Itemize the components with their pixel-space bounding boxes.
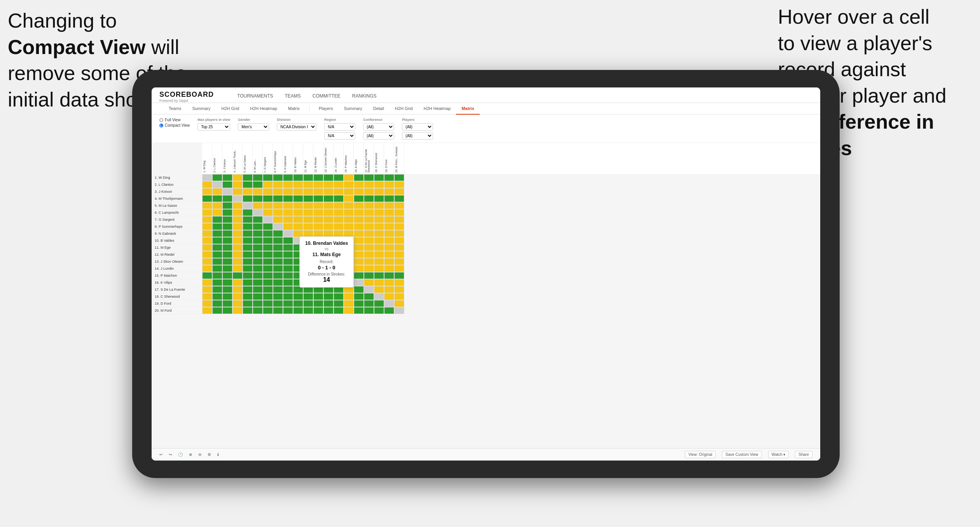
sub-tab-group-right[interactable]: Players Summary Detail H2H Grid H2H Heat… — [309, 103, 484, 114]
tab-h2h-heatmap-right[interactable]: H2H Heatmap — [418, 103, 456, 115]
grid-cell-10-3[interactable] — [222, 237, 232, 244]
grid-cell-6-1[interactable] — [202, 209, 212, 216]
grid-cell-17-2[interactable] — [212, 286, 222, 293]
nav-links[interactable]: TOURNAMENTS TEAMS COMMITTEE RANKINGS — [237, 93, 376, 100]
grid-cell-3-6[interactable] — [253, 188, 263, 195]
grid-cell-19-20[interactable] — [394, 300, 404, 307]
grid-cell-14-3[interactable] — [222, 265, 232, 272]
grid-cell-7-3[interactable] — [222, 216, 232, 223]
grid-cell-10-9[interactable] — [283, 237, 293, 244]
grid-cell-18-1[interactable] — [202, 293, 212, 300]
grid-cell-1-1[interactable] — [202, 174, 212, 181]
grid-cell-11-2[interactable] — [212, 244, 222, 251]
grid-cell-1-14[interactable] — [334, 174, 344, 181]
redo-button[interactable]: ↪ — [169, 452, 172, 457]
grid-cell-18-14[interactable] — [334, 293, 344, 300]
grid-cell-10-7[interactable] — [263, 237, 273, 244]
grid-cell-8-14[interactable] — [334, 223, 344, 230]
grid-cell-5-16[interactable] — [354, 202, 364, 209]
save-custom-btn[interactable]: Save Custom View — [722, 451, 762, 458]
grid-cell-19-4[interactable] — [232, 300, 243, 307]
grid-cell-6-10[interactable] — [293, 209, 303, 216]
grid-cell-12-9[interactable] — [283, 251, 293, 258]
grid-cell-6-17[interactable] — [364, 209, 374, 216]
grid-cell-15-19[interactable] — [384, 272, 394, 279]
grid-cell-20-2[interactable] — [212, 307, 222, 314]
nav-rankings[interactable]: RANKINGS — [352, 93, 377, 100]
grid-cell-1-9[interactable] — [283, 174, 293, 181]
grid-cell-8-1[interactable] — [202, 223, 212, 230]
grid-cell-19-9[interactable] — [283, 300, 293, 307]
grid-cell-16-18[interactable] — [374, 279, 384, 286]
grid-cell-18-7[interactable] — [263, 293, 273, 300]
grid-cell-13-8[interactable] — [273, 258, 283, 265]
grid-cell-8-10[interactable] — [293, 223, 303, 230]
grid-cell-7-7[interactable] — [263, 216, 273, 223]
grid-cell-3-9[interactable] — [283, 188, 293, 195]
tab-h2h-grid-left[interactable]: H2H Grid — [216, 103, 245, 115]
grid-cell-18-18[interactable] — [374, 293, 384, 300]
grid-cell-8-20[interactable] — [394, 223, 404, 230]
grid-cell-3-11[interactable] — [303, 188, 313, 195]
grid-cell-4-16[interactable] — [354, 195, 364, 202]
grid-cell-2-5[interactable] — [243, 181, 253, 188]
grid-cell-17-20[interactable] — [394, 286, 404, 293]
grid-cell-7-8[interactable] — [273, 216, 283, 223]
grid-cell-11-18[interactable] — [374, 244, 384, 251]
grid-cell-13-1[interactable] — [202, 258, 212, 265]
grid-cell-9-16[interactable] — [354, 230, 364, 237]
grid-cell-4-6[interactable] — [253, 195, 263, 202]
nav-teams[interactable]: TEAMS — [285, 93, 300, 100]
grid-cell-5-6[interactable] — [253, 202, 263, 209]
grid-cell-18-20[interactable] — [394, 293, 404, 300]
grid-cell-16-4[interactable] — [232, 279, 243, 286]
grid-cell-10-17[interactable] — [364, 237, 374, 244]
grid-cell-8-3[interactable] — [222, 223, 232, 230]
grid-cell-16-1[interactable] — [202, 279, 212, 286]
grid-cell-15-20[interactable] — [394, 272, 404, 279]
grid-cell-17-17[interactable] — [364, 286, 374, 293]
nav-committee[interactable]: COMMITTEE — [313, 93, 341, 100]
grid-cell-5-17[interactable] — [364, 202, 374, 209]
grid-cell-17-3[interactable] — [222, 286, 232, 293]
grid-cell-6-18[interactable] — [374, 209, 384, 216]
grid-cell-4-8[interactable] — [273, 195, 283, 202]
grid-cell-2-13[interactable] — [323, 181, 334, 188]
region-select[interactable]: N/A — [324, 123, 355, 131]
grid-cell-13-17[interactable] — [364, 258, 374, 265]
grid-cell-20-11[interactable] — [303, 307, 313, 314]
grid-cell-1-19[interactable] — [384, 174, 394, 181]
grid-cell-1-8[interactable] — [273, 174, 283, 181]
grid-cell-5-5[interactable] — [243, 202, 253, 209]
grid-cell-14-17[interactable] — [364, 265, 374, 272]
grid-cell-16-19[interactable] — [384, 279, 394, 286]
grid-cell-7-15[interactable] — [344, 216, 354, 223]
grid-cell-1-10[interactable] — [293, 174, 303, 181]
grid-cell-5-12[interactable] — [313, 202, 323, 209]
grid-cell-20-18[interactable] — [374, 307, 384, 314]
grid-cell-17-4[interactable] — [232, 286, 243, 293]
grid-cell-16-6[interactable] — [253, 279, 263, 286]
grid-cell-8-19[interactable] — [384, 223, 394, 230]
grid-cell-1-6[interactable] — [253, 174, 263, 181]
grid-cell-2-4[interactable] — [232, 181, 243, 188]
grid-cell-19-2[interactable] — [212, 300, 222, 307]
grid-cell-15-6[interactable] — [253, 272, 263, 279]
grid-cell-4-12[interactable] — [313, 195, 323, 202]
grid-cell-2-16[interactable] — [354, 181, 364, 188]
grid-cell-3-4[interactable] — [232, 188, 243, 195]
grid-cell-4-15[interactable] — [344, 195, 354, 202]
grid-cell-7-1[interactable] — [202, 216, 212, 223]
grid-cell-6-4[interactable] — [232, 209, 243, 216]
grid-cell-17-9[interactable] — [283, 286, 293, 293]
tab-teams[interactable]: Teams — [163, 103, 187, 115]
grid-cell-2-3[interactable] — [222, 181, 232, 188]
grid-cell-3-16[interactable] — [354, 188, 364, 195]
grid-cell-9-6[interactable] — [253, 230, 263, 237]
grid-cell-1-12[interactable] — [313, 174, 323, 181]
grid-cell-11-3[interactable] — [222, 244, 232, 251]
grid-cell-7-14[interactable] — [334, 216, 344, 223]
grid-cell-16-2[interactable] — [212, 279, 222, 286]
grid-cell-5-7[interactable] — [263, 202, 273, 209]
zoom-in-icon[interactable]: ⊕ — [189, 452, 192, 457]
